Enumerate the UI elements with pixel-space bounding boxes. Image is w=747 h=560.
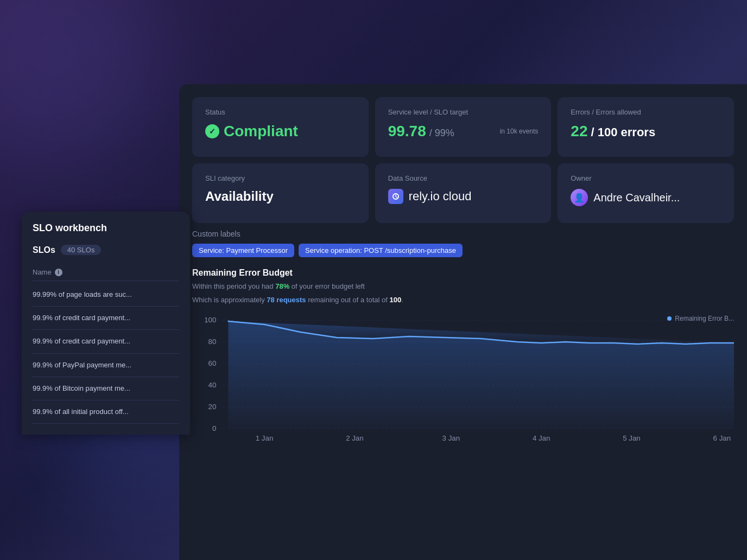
desc2-prefix: Which is approximately [192,296,267,304]
slo-list-item[interactable]: 99.99% of page loads are suc... [33,283,179,307]
service-level-target: / 99% [429,128,454,139]
legend-label: Remaining Error B... [675,315,734,322]
svg-text:80: 80 [208,338,217,345]
errors-row: 22 / 100 errors [571,123,721,140]
svg-text:5 Jan: 5 Jan [623,435,641,442]
chart-container: Remaining Error B... 100 80 60 40 20 0 1… [192,315,734,456]
owner-avatar: 👤 [571,189,588,206]
svg-text:20: 20 [208,403,217,410]
errors-card: Errors / Errors allowed 22 / 100 errors [558,97,734,157]
label-tag-0[interactable]: Service: Payment Processor [192,244,294,257]
custom-labels-title: Custom labels [192,230,734,238]
svg-text:0: 0 [212,425,216,432]
custom-labels-section: Custom labels Service: Payment Processor… [192,230,734,257]
slo-list-item[interactable]: 99.9% of Bitcoin payment me... [33,377,179,400]
desc2-middle: remaining out of a total of [306,296,390,304]
compliant-icon [205,124,219,138]
desc1-highlight: 78% [275,282,289,290]
info-icon: i [55,269,62,276]
slo-list: 99.99% of page loads are suc... 99.9% of… [33,283,179,424]
owner-row: 👤 Andre Cavalheir... [571,189,721,206]
sli-value: Availability [205,189,356,204]
svg-text:60: 60 [208,360,217,367]
errors-allowed: / 100 errors [591,125,656,139]
legend-dot [667,316,672,321]
sidebar-title: SLO workbench [33,222,179,234]
status-label: Status [205,108,356,116]
error-budget-title: Remaining Error Budget [192,268,734,278]
slos-badge: 40 SLOs [61,245,102,255]
service-level-suffix: in 10k events [500,128,539,135]
status-value: Compliant [205,123,356,140]
status-text: Compliant [224,123,298,140]
main-panel: Status Compliant Service level / SLO tar… [179,84,747,560]
rely-logo-icon [388,189,403,204]
owner-card: Owner 👤 Andre Cavalheir... [558,163,734,223]
metrics-row-2: SLI category Availability Data Source re… [192,163,734,223]
slo-list-item[interactable]: 99.9% of credit card payment... [33,330,179,353]
service-level-row: 99.78 / 99% in 10k events [388,123,539,140]
owner-name: Andre Cavalheir... [593,192,680,204]
sli-label: SLI category [205,174,356,182]
status-card: Status Compliant [192,97,369,157]
chart-legend: Remaining Error B... [667,315,734,322]
svg-text:6 Jan: 6 Jan [713,435,731,442]
slos-header: SLOs 40 SLOs [33,245,179,255]
owner-label: Owner [571,174,721,182]
service-level-card: Service level / SLO target 99.78 / 99% i… [375,97,552,157]
data-source-label: Data Source [388,174,539,182]
labels-row: Service: Payment Processor Service opera… [192,244,734,257]
data-source-value: rely.io cloud [409,189,472,203]
desc2-suffix: . [401,296,403,304]
svg-text:100: 100 [204,316,216,323]
slos-label: SLOs [33,245,55,255]
svg-text:2 Jan: 2 Jan [346,435,364,442]
table-header: Name i [33,264,179,281]
error-budget-section: Remaining Error Budget Within this perio… [192,268,734,456]
errors-value: 22 [571,123,587,140]
error-budget-desc1: Within this period you had 78% of your e… [192,281,734,292]
svg-text:3 Jan: 3 Jan [442,435,460,442]
service-level-value: 99.78 [388,123,426,140]
sli-category-card: SLI category Availability [192,163,369,223]
slo-list-item[interactable]: 99.9% of PayPal payment me... [33,354,179,377]
desc1-prefix: Within this period you had [192,282,275,290]
errors-label: Errors / Errors allowed [571,108,721,116]
desc2-bold: 100 [389,296,401,304]
label-tag-1[interactable]: Service operation: POST /subscription-pu… [299,244,463,257]
data-source-row: rely.io cloud [388,189,539,204]
sidebar-panel: SLO workbench SLOs 40 SLOs Name i 99.99%… [22,212,190,435]
desc2-highlight: 78 requests [267,296,306,304]
desc1-suffix: of your error budget left [289,282,365,290]
error-budget-desc2: Which is approximately 78 requests remai… [192,295,734,306]
error-budget-chart: 100 80 60 40 20 0 1 Jan 2 Jan 3 Jan 4 Ja… [192,315,734,445]
svg-text:1 Jan: 1 Jan [256,435,274,442]
svg-text:40: 40 [208,381,217,389]
metrics-row-1: Status Compliant Service level / SLO tar… [192,97,734,157]
slo-list-item[interactable]: 99.9% of credit card payment... [33,307,179,330]
svg-text:4 Jan: 4 Jan [533,435,550,442]
data-source-card: Data Source rely.io cloud [375,163,552,223]
slo-list-item[interactable]: 99.9% of all initial product off... [33,400,179,424]
table-header-label: Name [33,268,52,276]
service-level-label: Service level / SLO target [388,108,539,116]
